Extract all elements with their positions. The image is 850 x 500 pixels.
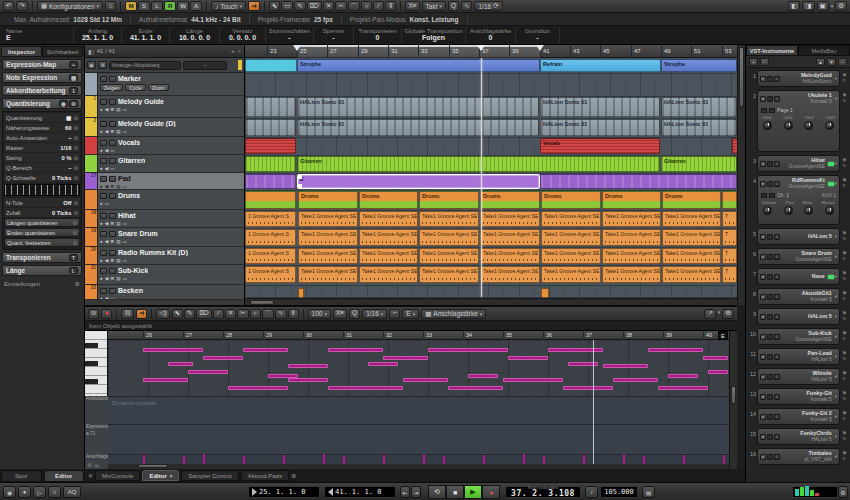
note-display[interactable]: Dynamik-symbole (108, 340, 729, 466)
midi-note[interactable] (288, 378, 328, 382)
midi-note[interactable] (503, 378, 563, 382)
quantize-row[interactable]: Q-Schwelle 0 Ticks ⚙ (4, 173, 80, 182)
quick-control-knob[interactable] (763, 121, 772, 130)
state-toggle-button[interactable]: W (177, 1, 189, 11)
arrangement-event[interactable]: HALion Sonic 01 (297, 119, 539, 136)
toolbar-setup-gear-icon[interactable]: ⚙ (835, 1, 847, 11)
rack-item[interactable]: 1 ▦ ◦ ⊙ MelodyGuid HALionSonic ▾ ◉ ↻ (748, 70, 848, 87)
rack-item[interactable]: 15 ▦ ◦ ⊙ FunkyChrds HALion 5 ▾ ◉ ↻ (748, 428, 848, 445)
rack-module[interactable]: ▦ ◦ ⊙ FunkyChrds HALion 5 ▾ (757, 428, 840, 445)
audition-icon[interactable]: ◁) (156, 309, 169, 319)
chevron-down-icon[interactable]: ▾ (835, 234, 837, 239)
track-name[interactable]: Marker (118, 75, 141, 82)
tool-button[interactable]: ✎ (294, 1, 305, 11)
home-button[interactable]: ⌂ (105, 1, 116, 11)
arrangement-event[interactable]: Drums (298, 191, 358, 209)
power-icon[interactable]: ◦ (767, 181, 773, 187)
arrangement-event[interactable]: Take1 Groove Agent SE 0 (480, 211, 540, 227)
preset-next-button[interactable] (769, 193, 775, 198)
mute-button[interactable] (100, 231, 107, 237)
arrangement-event[interactable]: Take1 Groove Agent SE 0 (359, 266, 418, 283)
tool-button[interactable]: ∕ (213, 309, 224, 319)
gear-icon[interactable]: ⚙ (73, 240, 77, 246)
editor-vertical-scrollbar[interactable] (729, 331, 737, 471)
output-activate-icon[interactable]: ◉ (843, 430, 847, 435)
quantize-row[interactable]: Auto-Anwenden − ⚙ (4, 133, 80, 142)
configurations-dropdown[interactable]: ▦ Konfigurationen ▾ (37, 1, 103, 11)
punch-out-button[interactable]: ⌗ (48, 486, 61, 498)
info-field-value[interactable]: 41. 1. 1. 0 (130, 34, 161, 41)
grid-type-dropdown[interactable]: Takt ▾ (422, 1, 446, 11)
instrument-icon[interactable]: ▦ (760, 454, 766, 460)
arrangement-event[interactable]: Take1 Groove Agent SE 0 (298, 266, 358, 283)
insert-velocity-box[interactable]: 100 ▾ (308, 309, 331, 319)
track-row[interactable]: 2 Melody Guide (D) ●◀⊞▤▭ (85, 118, 244, 137)
track-control-buttons[interactable]: ●◀⊞▤▭ (100, 275, 242, 282)
arrangement-event[interactable]: Drums (480, 191, 540, 209)
arrangement-event[interactable]: Refrain (540, 59, 661, 72)
rack-module[interactable]: ▦ ◦ ⊙ HALion 5 ▾ (757, 308, 840, 325)
midi-note[interactable] (143, 348, 203, 352)
mute-button[interactable] (100, 268, 107, 274)
power-icon[interactable]: ◦ (767, 76, 773, 82)
rack-item[interactable]: 4 ▦ ◦ ⊙ RdRummsKt GrooveAgentSE ▾ Ch. 1 … (748, 175, 848, 225)
solo-button[interactable] (109, 231, 116, 237)
output-activate-icon[interactable]: ◉ (843, 450, 847, 455)
track-name[interactable]: Melody Guide (118, 98, 164, 105)
divide-tracklist-icon[interactable]: ◧ (88, 48, 94, 55)
track-row[interactable]: 17 Pad ●◀⊞▤▭ (85, 173, 244, 190)
arrangement-event[interactable]: Take1 Groove Agent SE 0 (419, 248, 479, 264)
marker-cycle-button[interactable]: Cycle (125, 84, 146, 91)
chevron-down-icon[interactable]: ▾ (835, 334, 837, 339)
rack-module[interactable]: ▦ ◦ ⊙ Sub-Kick GrooveAgentSE ▾ (757, 328, 840, 345)
info-field[interactable]: Anschlagstärke 0 (466, 27, 516, 43)
tool-button[interactable]: ⌒ (348, 1, 361, 11)
arrangement-event[interactable]: Gitarren (661, 156, 737, 172)
tool-button[interactable]: ✂ (237, 309, 248, 319)
chevron-down-icon[interactable]: ▾ (835, 76, 837, 81)
gear-icon[interactable]: ⚙ (74, 155, 78, 161)
scroll-up-icon[interactable]: ▲ (816, 58, 825, 66)
midi-note[interactable] (508, 356, 548, 360)
mute-button[interactable] (100, 99, 107, 105)
rack-module[interactable]: ▦ ◦ ⊙ MelodyGuid HALionSonic ▾ (757, 70, 840, 87)
info-field[interactable]: Länge 16. 0. 0. 0 (170, 27, 220, 43)
midi-note[interactable] (448, 386, 503, 390)
open-in-window-icon[interactable]: ↗ (704, 309, 715, 319)
output-activate-icon[interactable]: ◉ (843, 350, 847, 355)
track-name[interactable]: Pad (118, 175, 131, 182)
instrument-icon[interactable]: ▦ (760, 96, 766, 102)
tool-button[interactable]: ⌦ (196, 309, 211, 319)
midi-note[interactable] (228, 386, 288, 390)
edit-instrument-icon[interactable]: ⊙ (774, 414, 780, 420)
rack-item[interactable]: 6 ▦ ◦ ⊙ Snare Drum GrooveAgentSE ▾ ◉ ↻ (748, 248, 848, 265)
arrangement-event[interactable]: T (722, 248, 737, 264)
track-name[interactable]: Snare Drum (118, 230, 158, 237)
track-name[interactable]: Drums (118, 192, 140, 199)
arrangement-event[interactable]: Drums (419, 191, 479, 209)
track-row[interactable]: 21 Sub-Kick ●◀⊞▤▭ (85, 265, 244, 285)
track-row[interactable]: Gitarren ●◀▭ (85, 155, 244, 173)
midi-note[interactable] (383, 356, 428, 360)
state-toggle-button[interactable]: S (138, 1, 150, 11)
track-control-buttons[interactable]: ●◀⊞▤▭ (100, 257, 242, 264)
edit-instrument-icon[interactable]: ⊙ (774, 334, 780, 340)
midi-note[interactable] (613, 378, 658, 382)
track-row[interactable]: Vocals ●◀▭ (85, 137, 244, 155)
quantize-row-value[interactable]: 0 Ticks (52, 210, 72, 216)
right-locator-flag[interactable] (536, 45, 544, 51)
power-icon[interactable]: ◦ (767, 394, 773, 400)
quantize-action-button[interactable]: Enden quantisieren ⚙ (4, 228, 80, 237)
instrument-icon[interactable]: ▦ (760, 434, 766, 440)
info-field[interactable]: Transponieren 0 (354, 27, 402, 43)
midi-note[interactable] (658, 386, 708, 390)
nudge-right-button[interactable]: ⇥ (411, 486, 421, 498)
rack-item[interactable]: 10 ▦ ◦ ⊙ Sub-Kick GrooveAgentSE ▾ ◉ ↻ (748, 328, 848, 345)
solo-button[interactable] (109, 250, 116, 256)
track-row[interactable]: Marker Zeigen Cycle Zoom (85, 73, 244, 96)
rack-module[interactable]: ▦ ◦ ⊙ Ukulele 1 Kontakt 5 ▾ Page 1 #000 … (757, 90, 840, 152)
nudge-left-button[interactable]: ⇤ (400, 486, 410, 498)
track-name[interactable]: Melody Guide (D) (118, 120, 176, 127)
quantize-preset-dropdown[interactable]: 1/16 ⟳ (474, 1, 502, 11)
arrangement-event[interactable] (245, 174, 296, 189)
